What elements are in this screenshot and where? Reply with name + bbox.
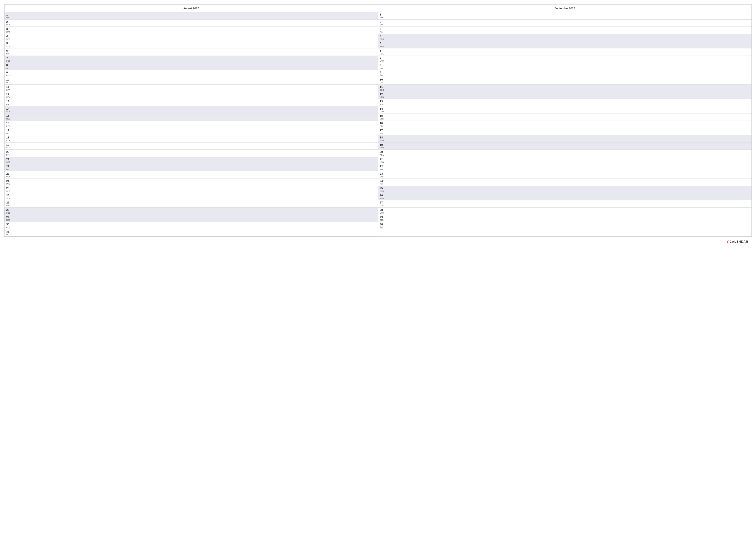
day-number: 4 (6, 35, 11, 38)
day-name: STR (6, 140, 11, 142)
day-number: 4 (380, 35, 385, 38)
day-number: 15 (6, 114, 11, 117)
day-name: ŠTV (380, 176, 385, 178)
day-row: 26ŠTV (5, 193, 378, 200)
day-name: PIA (380, 31, 385, 33)
day-info: 23PON (6, 172, 11, 178)
day-info: 3PIA (380, 27, 385, 33)
day-row: 9ŠTV (378, 70, 751, 78)
day-row: 6PON (378, 48, 751, 56)
day-info: 26NED (380, 194, 385, 200)
day-row: 2ŠTV (378, 20, 751, 27)
day-number: 9 (380, 71, 385, 74)
day-number: 19 (380, 143, 385, 147)
day-number: 17 (6, 129, 11, 132)
day-row: 9PON (5, 70, 378, 78)
day-number: 23 (380, 172, 385, 175)
day-info: 22NED (6, 165, 11, 170)
day-info: 5NED (380, 42, 385, 48)
day-row: 11SOB (378, 85, 751, 92)
day-name: UTO (380, 212, 385, 214)
day-number: 20 (380, 150, 385, 154)
day-info: 17PIA (380, 129, 385, 135)
day-info: 8NED (6, 64, 11, 69)
day-number: 22 (6, 165, 11, 168)
day-number: 5 (380, 42, 385, 45)
day-row: 24UTO (5, 179, 378, 186)
day-number: 8 (6, 64, 11, 67)
day-info: 9PON (6, 71, 11, 77)
day-name: SOB (6, 212, 11, 214)
day-name: NED (6, 118, 11, 120)
day-number: 20 (6, 150, 11, 154)
day-name: ŠTV (380, 24, 385, 26)
day-number: 19 (6, 143, 11, 147)
day-number: 13 (380, 100, 385, 103)
month-header-1: September 2027 (378, 5, 751, 12)
day-name: STR (6, 89, 11, 91)
day-row: 19NED (378, 142, 751, 150)
day-row: 14SOB (5, 106, 378, 114)
day-row: 30PON (5, 222, 378, 229)
day-name: STR (380, 17, 385, 19)
day-number: 27 (6, 201, 11, 204)
day-name: STR (380, 219, 385, 221)
day-number: 21 (380, 158, 385, 161)
day-row: 17UTO (5, 128, 378, 136)
day-row: 12ŠTV (5, 92, 378, 99)
day-name: SOB (380, 38, 385, 40)
day-row: 4STR (5, 34, 378, 41)
day-name: UTO (6, 82, 11, 84)
day-row: 25STR (5, 186, 378, 193)
day-info: 4STR (6, 35, 11, 40)
day-name: NED (6, 219, 11, 221)
day-number: 2 (380, 20, 385, 24)
day-name: PON (6, 24, 11, 26)
day-row: 7UTO (378, 56, 751, 63)
day-name: UTO (380, 60, 385, 62)
day-number: 11 (380, 85, 385, 89)
day-name: PIA (380, 132, 385, 134)
day-info: 29STR (380, 216, 385, 221)
day-row: 16PON (5, 121, 378, 128)
day-number: 22 (380, 165, 385, 168)
month-column-0: August 20271NED2PON3UTO4STR5ŠTV6PIA7SOB8… (5, 5, 378, 237)
day-name: PON (380, 205, 385, 207)
day-info: 14SOB (6, 107, 11, 113)
day-number: 2 (6, 20, 11, 24)
day-row: 21SOB (5, 157, 378, 164)
day-name: UTO (380, 111, 385, 113)
day-row: 17PIA (378, 128, 751, 136)
day-info: 7UTO (380, 56, 385, 62)
day-info: 5ŠTV (6, 42, 11, 48)
day-name: NED (380, 46, 385, 48)
day-info: 20PIA (6, 150, 11, 156)
day-row: 16ŠTV (378, 121, 751, 128)
day-name: PON (6, 176, 11, 178)
day-row: 26NED (378, 193, 751, 200)
day-number: 31 (6, 230, 11, 233)
day-row: 2PON (5, 20, 378, 27)
day-name: UTO (6, 234, 11, 236)
day-info: 7SOB (6, 56, 11, 62)
day-number: 14 (380, 107, 385, 111)
day-number: 25 (6, 187, 11, 190)
day-row: 31UTO (5, 229, 378, 237)
day-name: NED (6, 17, 11, 19)
day-number: 5 (6, 42, 11, 45)
day-info: 23ŠTV (380, 172, 385, 178)
day-name: SOB (380, 191, 385, 192)
day-info: 25SOB (380, 187, 385, 192)
day-name: PON (6, 74, 11, 76)
day-info: 30PON (6, 223, 11, 228)
day-info: 14UTO (380, 107, 385, 113)
day-row: 27PON (378, 200, 751, 208)
day-row: 23PON (5, 171, 378, 179)
day-number: 30 (380, 223, 385, 226)
day-row: 27PIA (5, 200, 378, 208)
day-row: 8STR (378, 63, 751, 70)
day-info: 21SOB (6, 158, 11, 164)
day-name: NED (380, 197, 385, 199)
logo-icon: 7 (726, 239, 729, 244)
day-number: 6 (6, 49, 11, 53)
